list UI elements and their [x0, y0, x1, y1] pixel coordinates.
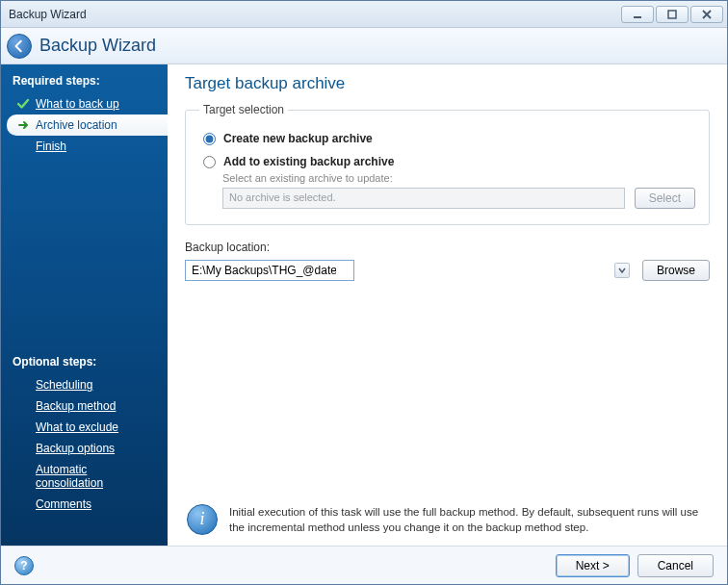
existing-sub-label: Select an existing archive to update: — [222, 172, 695, 184]
sidebar-item-label: What to back up — [36, 97, 119, 111]
minimize-icon — [632, 9, 643, 20]
optional-steps-header: Optional steps: — [1, 349, 168, 374]
radio-create-row: Create new backup archive — [203, 132, 695, 145]
sidebar-item-scheduling[interactable]: Scheduling — [1, 374, 168, 395]
arrow-right-icon — [16, 118, 30, 132]
location-input-wrap — [185, 260, 633, 281]
sidebar-item-label: What to exclude — [36, 420, 118, 434]
info-icon: i — [187, 504, 218, 535]
close-icon — [701, 9, 713, 20]
backup-location-input[interactable] — [185, 260, 354, 281]
check-icon — [16, 97, 30, 111]
sidebar-item-label: Backup method — [36, 399, 116, 413]
close-button[interactable] — [690, 6, 723, 23]
header: Backup Wizard — [1, 28, 727, 64]
target-selection-fieldset: Target selection Create new backup archi… — [185, 103, 710, 225]
body: Required steps: What to back up Archive … — [1, 64, 727, 546]
cancel-button[interactable]: Cancel — [637, 554, 714, 577]
sidebar-item-label: Archive location — [36, 118, 117, 132]
svg-rect-1 — [668, 11, 676, 18]
existing-archive-section: Select an existing archive to update: No… — [222, 172, 695, 209]
footer: ? Next > Cancel — [1, 546, 727, 584]
page-title: Target backup archive — [185, 74, 710, 93]
existing-select-row: No archive is selected. Select — [222, 188, 695, 209]
sidebar-item-what-to-back-up[interactable]: What to back up — [1, 93, 168, 114]
sidebar-item-backup-method[interactable]: Backup method — [1, 395, 168, 417]
required-steps-header: Required steps: — [1, 68, 168, 93]
info-text: Initial execution of this task will use … — [229, 504, 708, 536]
sidebar-item-finish[interactable]: Finish — [1, 136, 168, 157]
window: Backup Wizard Backup Wizard Required ste… — [0, 0, 728, 585]
location-dropdown-button[interactable] — [614, 263, 630, 278]
info-row: i Initial execution of this task will us… — [185, 496, 710, 546]
sidebar-item-comments[interactable]: Comments — [1, 494, 168, 515]
existing-archive-box: No archive is selected. — [222, 188, 625, 209]
titlebar-controls — [621, 6, 723, 23]
sidebar-item-label: Backup options — [36, 442, 115, 455]
sidebar-item-automatic-consolidation[interactable]: Automatic consolidation — [1, 459, 168, 494]
backup-location-row: Browse — [185, 260, 710, 281]
select-archive-button: Select — [635, 188, 695, 209]
radio-create-label: Create new backup archive — [223, 132, 373, 145]
sidebar: Required steps: What to back up Archive … — [1, 64, 168, 546]
sidebar-item-what-to-exclude[interactable]: What to exclude — [1, 417, 168, 438]
back-arrow-icon — [13, 39, 26, 53]
header-title: Backup Wizard — [39, 36, 156, 56]
sidebar-item-backup-options[interactable]: Backup options — [1, 438, 168, 459]
titlebar: Backup Wizard — [1, 1, 727, 28]
minimize-button[interactable] — [621, 6, 654, 23]
sidebar-item-label: Scheduling — [36, 378, 92, 392]
maximize-icon — [666, 9, 678, 20]
sidebar-item-label: Comments — [36, 497, 91, 511]
sidebar-item-archive-location[interactable]: Archive location — [7, 114, 168, 136]
footer-buttons: Next > Cancel — [556, 554, 714, 577]
fieldset-legend: Target selection — [199, 103, 288, 116]
sidebar-item-label: Automatic consolidation — [36, 463, 142, 490]
radio-add-existing[interactable] — [203, 156, 216, 168]
browse-button[interactable]: Browse — [642, 260, 710, 281]
help-button[interactable]: ? — [14, 556, 34, 575]
chevron-down-icon — [618, 267, 626, 274]
window-title: Backup Wizard — [9, 8, 87, 21]
backup-location-label: Backup location: — [185, 241, 710, 254]
blank-icon — [16, 140, 30, 153]
next-button[interactable]: Next > — [556, 554, 630, 577]
back-button[interactable] — [7, 34, 32, 59]
maximize-button[interactable] — [656, 6, 689, 23]
radio-add-row: Add to existing backup archive — [203, 155, 695, 168]
svg-rect-0 — [634, 16, 641, 18]
sidebar-item-label: Finish — [36, 140, 66, 153]
main-panel: Target backup archive Target selection C… — [168, 64, 727, 546]
radio-create-new[interactable] — [203, 133, 216, 145]
radio-add-label: Add to existing backup archive — [223, 155, 394, 168]
